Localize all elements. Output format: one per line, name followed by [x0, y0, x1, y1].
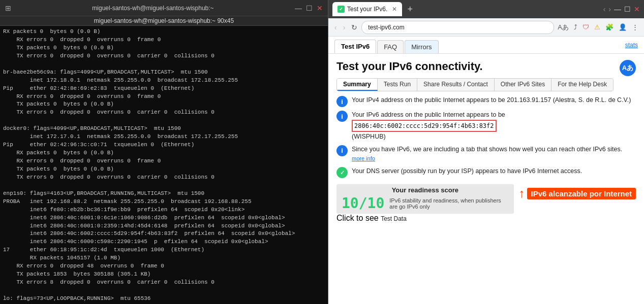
shield-icon: 🛡: [581, 22, 591, 32]
grid-icon: ⊞: [5, 4, 11, 12]
nav-icons: Aあ ⤴ 🛡 ⚠ 🧩 👤 ⋮: [556, 22, 640, 33]
info-text-ipv6: Your IPv6 address on the public Internet…: [352, 110, 505, 142]
extensions-icon[interactable]: 🧩: [604, 22, 615, 32]
info-list: i Your IPv4 address on the public Intern…: [336, 95, 636, 178]
readiness-subtitle: IPv6 stability and readiness, when publi…: [389, 197, 508, 210]
readiness-title: Your readiness score: [342, 186, 509, 194]
inner-tab-share-results[interactable]: Share Results / Contact: [417, 79, 495, 91]
browser-navbar: ‹ › ↻ Aあ ⤴ 🛡 ⚠ 🧩 👤 ⋮: [328, 18, 644, 37]
forward-button[interactable]: ›: [341, 22, 348, 32]
terminal-titlebar: ⊞ miguel-santos-wh@miguel-santos-wisphub…: [0, 0, 328, 16]
profile-icon[interactable]: 👤: [617, 22, 628, 32]
browser-content: Test IPv6 FAQ Mirrors stats Test your IP…: [328, 37, 644, 304]
site-tab-faq[interactable]: FAQ: [377, 40, 404, 53]
info-text-dns: Your DNS server (possibly run by your IS…: [352, 166, 582, 176]
maximize-button[interactable]: ☐: [306, 4, 313, 12]
tab-title: Test your IPv6.: [347, 6, 387, 13]
address-bar[interactable]: [361, 21, 554, 34]
ipv6-sites-text: Since you have IPv6, we are including a …: [352, 146, 622, 153]
maximize-icon[interactable]: ☐: [624, 5, 631, 13]
inner-tab-other-ipv6[interactable]: Other IPv6 Sites: [495, 79, 551, 91]
red-arrow-icon: ↑: [519, 186, 525, 200]
ipv6-suffix-text: (WISPHUB): [352, 133, 386, 140]
inner-tab-help-desk[interactable]: For the Help Desk: [551, 79, 613, 91]
test-data-link[interactable]: Test Data: [381, 215, 407, 222]
more-info-link[interactable]: more info: [352, 155, 375, 161]
info-icon-2: i: [336, 111, 348, 122]
terminal-subtitle: miguel-santos-wh@miguel-santos-wisphub:~…: [0, 16, 328, 26]
info-icon-3: i: [336, 145, 348, 156]
new-tab-button[interactable]: +: [407, 4, 413, 15]
site-heading: Test your IPv6 connectivity.: [336, 60, 483, 73]
chevron-right-icon: ›: [608, 5, 611, 13]
inner-tab-tests-run[interactable]: Tests Run: [378, 79, 417, 91]
browser-window-controls: ‹ › — ☐ ✕: [603, 5, 640, 13]
terminal-title: miguel-santos-wh@miguel-santos-wisphub:~: [11, 5, 295, 12]
terminal-body: RX packets 0 bytes 0 (0.0 B) RX errors 0…: [0, 26, 328, 304]
info-item-dns: ✓ Your DNS server (possibly run by your …: [336, 166, 636, 178]
inner-tab-summary[interactable]: Summary: [337, 79, 378, 91]
stats-link[interactable]: stats: [625, 42, 638, 51]
close-icon[interactable]: ✕: [634, 5, 640, 13]
warning-icon: ⚠: [593, 22, 602, 32]
site-tab-mirrors[interactable]: Mirrors: [405, 40, 438, 53]
terminal-window: ⊞ miguel-santos-wh@miguel-santos-wisphub…: [0, 0, 328, 304]
info-item-ipv6-sites: i Since you have IPv6, we are including …: [336, 145, 636, 164]
minimize-icon[interactable]: —: [614, 5, 621, 13]
minimize-button[interactable]: —: [295, 4, 302, 12]
readiness-section: Your readiness score 10/10 IPv6 stabilit…: [336, 184, 514, 214]
info-icon-1: i: [336, 96, 348, 107]
info-icon-4: ✓: [336, 167, 348, 178]
browser-titlebar: ✓ Test your IPv6. ✕ + ‹ › — ☐ ✕: [328, 0, 644, 18]
share-icon[interactable]: ⤴: [572, 22, 579, 32]
chevron-left-icon: ‹: [603, 5, 606, 13]
info-text-ipv4: Your IPv4 address on the public Internet…: [352, 95, 631, 105]
close-button[interactable]: ✕: [317, 4, 323, 12]
score-row: 10/10 IPv6 stability and readiness, when…: [342, 195, 509, 212]
ipv6-prefix-text: Your IPv6 address on the public Internet…: [352, 111, 505, 118]
reload-button[interactable]: ↻: [349, 22, 359, 32]
back-button[interactable]: ‹: [332, 22, 339, 32]
info-text-ipv6-sites: Since you have IPv6, we are including a …: [352, 145, 636, 164]
info-item-ipv4: i Your IPv4 address on the public Intern…: [336, 95, 636, 107]
translate-icon[interactable]: Aあ: [556, 22, 570, 33]
menu-icon[interactable]: ⋮: [630, 22, 640, 32]
inner-tabs: Summary Tests Run Share Results / Contac…: [336, 78, 614, 91]
terminal-controls: — ☐ ✕: [295, 4, 323, 12]
tab-close-button[interactable]: ✕: [392, 6, 397, 13]
readiness-score: 10/10: [342, 195, 384, 212]
tab-favicon: ✓: [338, 6, 345, 13]
site-tabs: Test IPv6 FAQ Mirrors stats: [328, 37, 644, 54]
browser-window: ✓ Test your IPv6. ✕ + ‹ › — ☐ ✕ ‹ › ↻ Aあ…: [328, 0, 644, 304]
site-tab-test-ipv6[interactable]: Test IPv6: [334, 40, 376, 53]
info-item-ipv6: i Your IPv6 address on the public Intern…: [336, 110, 636, 142]
browser-tab[interactable]: ✓ Test your IPv6. ✕: [332, 2, 402, 16]
site-main: Test your IPv6 connectivity. Aあ Summary …: [328, 54, 644, 304]
annotation-label: IPv6 alcanzable por Internet: [527, 188, 636, 199]
ipv6-address-highlight: 2806:40c:6002:cccc:5d29:954f:4b63:83f2: [352, 120, 497, 132]
floating-translate-icon[interactable]: Aあ: [620, 60, 636, 76]
test-data-section: Click to see Test Data: [336, 214, 514, 223]
